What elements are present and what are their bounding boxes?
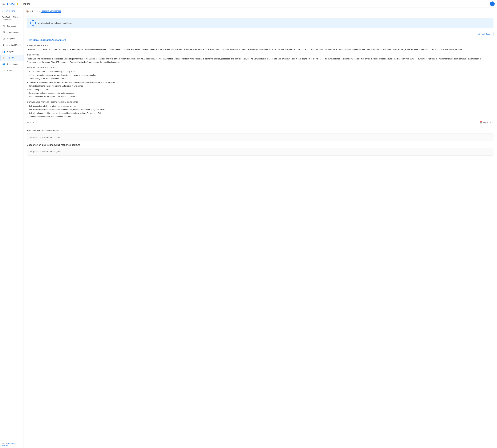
nav-label-dashboard: Dashboard — [6, 25, 16, 27]
unfavorable-items: - Risk associated with being a technolog… — [27, 104, 494, 118]
collapse-panel-button[interactable]: ‹ — [494, 10, 495, 13]
sidebar-item-programs[interactable]: ◎Programs — [0, 36, 24, 42]
favorable-label: FAVORABLE CONTROL FACTORS — [27, 67, 494, 68]
favorable-item: - Explicit policy to not keep consumer i… — [27, 77, 494, 80]
print-row: 🖨 Print Report — [27, 32, 494, 36]
favorable-item: - Improvements in the process; multi-zon… — [27, 81, 494, 84]
sidebar-footer: © 2024 Batoi Legal Policies — [0, 441, 24, 448]
favorable-items: - Multiple checks and balances to identi… — [27, 70, 494, 98]
nav-label-questionnaire: Questionnaire — [6, 31, 18, 33]
breadcrumb-bar: 🏠 › Reports › Feedback Spreadsheet ‹ — [24, 8, 497, 15]
logo-text: BATOI — [6, 2, 15, 5]
favorable-item: - Redundancy of controls — [27, 88, 494, 91]
my-insights-icon: ◯ — [2, 10, 5, 12]
unfavorable-item: - Improvements needed on documentation c… — [27, 115, 494, 118]
calendar-icon: 📅 — [480, 121, 482, 124]
quarter-tag: ↺ 2024 - Q3 — [27, 121, 38, 124]
breadcrumb-sep-2: › — [39, 10, 40, 12]
unfavorable-item: - Risk associated with an information se… — [27, 108, 494, 111]
sidebar: ◯ My Insights Test Bank LLC Risk Assessm… — [0, 8, 24, 448]
breadcrumb-sep-1: › — [30, 10, 31, 12]
print-report-button[interactable]: 🖨 Print Report — [476, 32, 494, 36]
sidebar-nav: ⊞Dashboard☑Questionnaire◎Programs⚙Analyt… — [0, 23, 24, 74]
user-avatar[interactable]: 👤 — [490, 1, 495, 6]
nav-icon-analytical-model: ⚙ — [2, 44, 5, 47]
nav-label-reports: Reports — [7, 57, 14, 59]
unfavorable-item: - Risk with reliance on third-party serv… — [27, 112, 494, 115]
info-banner: i View feedback spreadsheet report here. — [27, 18, 494, 28]
brand-link[interactable]: Batoi — [8, 443, 12, 445]
logo-dot: ● — [16, 2, 18, 6]
unfavorable-item: - Risk associated with being a technolog… — [27, 104, 494, 108]
sidebar-item-analysis[interactable]: 📊Analysis — [0, 48, 24, 55]
logo: BATOI ● — [6, 2, 18, 6]
breadcrumb-reports[interactable]: Reports — [32, 10, 38, 12]
nav-label-respondents: Respondents — [6, 63, 18, 65]
company-description-label: COMPANY DESCRIPTION — [27, 45, 494, 46]
sidebar-item-respondents[interactable]: 👥Respondents — [0, 61, 24, 67]
sidebar-item-reports[interactable]: 📋Reports — [0, 55, 24, 61]
copyright: © 2024 — [2, 443, 8, 445]
favorable-item: - Contract in place to ensure monitoring… — [27, 84, 494, 88]
nav-label-programs: Programs — [6, 38, 15, 40]
nav-label-analytical-model: Analytical Model — [6, 44, 21, 46]
quarter-date-row: ↺ 2024 - Q3 📅 Aug 1, 2024 — [27, 121, 494, 124]
quarter-icon: ↺ — [27, 121, 29, 124]
adequacy-section: ADEQUACY OF RISK MANAGEMENT FEEDBACK RES… — [27, 144, 494, 156]
print-icon: 🖨 — [478, 33, 480, 35]
breadcrumb-feedback-spreadsheet[interactable]: Feedback Spreadsheet — [41, 10, 61, 13]
inherent-risk-section: INHERENT RISK FEEDBACK RESULTS No questi… — [27, 130, 494, 141]
nav-label-settings: Settings — [6, 69, 14, 72]
sidebar-item-dashboard[interactable]: ⊞Dashboard — [0, 23, 24, 29]
nav-icon-settings: ⚙ — [2, 69, 5, 72]
company-description-text: Test Bank, LLC ("Test Bank" or the "Comp… — [27, 48, 494, 51]
unfavorable-label: UNFAVORABLE FACTORS – EMERGING RISKS OR … — [27, 101, 494, 103]
nav-icon-programs: ◎ — [2, 37, 5, 40]
risk-profile-text: Test Bank: The Inherent risk is consider… — [27, 57, 494, 64]
favorable-item: - Several layers of engineered security … — [27, 91, 494, 95]
nav-icon-questionnaire: ☑ — [2, 31, 5, 34]
my-insights-label: My Insights — [6, 10, 16, 12]
quarter-value: 2024 - Q3 — [30, 121, 38, 124]
print-label: Print Report — [481, 33, 491, 35]
date-tag: 📅 Aug 1, 2024 — [480, 121, 494, 124]
my-insights-link[interactable]: ◯ My Insights — [0, 8, 24, 14]
info-banner-text: View feedback spreadsheet report here. — [38, 22, 72, 24]
sidebar-company-name: Test Bank LLC Risk Assessment — [0, 14, 24, 23]
info-icon: i — [30, 20, 36, 26]
main-content: 🏠 › Reports › Feedback Spreadsheet ‹ i V… — [24, 8, 497, 448]
nav-icon-analysis: 📊 — [2, 50, 5, 53]
nav-icon-dashboard: ⊞ — [2, 25, 5, 27]
nav-label-analysis: Analysis — [6, 50, 14, 52]
sidebar-item-questionnaire[interactable]: ☑Questionnaire — [0, 29, 24, 36]
adequacy-empty: No questions available for this group. — [27, 148, 494, 156]
report-title: Test Bank LLC Risk Assessment — [27, 39, 494, 42]
nav-icon-respondents: 👥 — [2, 63, 5, 65]
sidebar-item-settings[interactable]: ⚙Settings — [0, 67, 24, 74]
nav-icon-reports: 📋 — [3, 57, 5, 59]
inherent-risk-label: INHERENT RISK FEEDBACK RESULTS — [27, 130, 494, 132]
top-nav: ☰ BATOI ● Insight 👤 — [0, 0, 497, 8]
date-value: Aug 1, 2024 — [483, 121, 494, 124]
adequacy-label: ADEQUACY OF RISK MANAGEMENT FEEDBACK RES… — [27, 144, 494, 146]
favorable-item: - Multiple layers of defenses; review an… — [27, 74, 494, 77]
risk-profile-label: RISK PROFILE — [27, 54, 494, 56]
inherent-risk-empty: No questions available for this group. — [27, 133, 494, 141]
sidebar-item-analytical-model[interactable]: ⚙Analytical Model — [0, 42, 24, 48]
home-icon[interactable]: 🏠 — [26, 10, 29, 13]
hamburger-menu[interactable]: ☰ — [2, 2, 5, 5]
app-name: Insight — [23, 2, 30, 5]
favorable-item: - Multiple checks and balances to identi… — [27, 70, 494, 73]
favorable-item: - Real-time notices for errors and other… — [27, 95, 494, 98]
content-area: i View feedback spreadsheet report here.… — [24, 15, 497, 448]
